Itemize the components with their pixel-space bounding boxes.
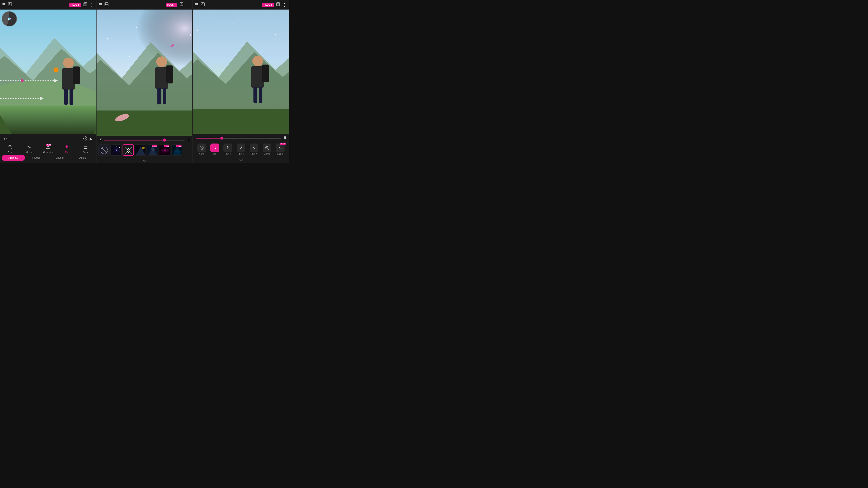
svg-line-117 [200,147,203,149]
plus-icon-1: + [78,3,80,6]
svg-rect-9 [0,105,96,134]
tab-freeze[interactable]: Freeze [25,155,48,161]
scene-svg-2 [96,9,193,136]
svg-point-72 [113,148,113,149]
plus-text-2: PLUS [167,3,174,6]
control-circle[interactable] [2,11,17,27]
hamburger-icon-2[interactable]: ☰ [99,2,102,7]
shift-3[interactable]: Shift 3 [236,143,246,155]
shift1-icon-box [210,143,219,152]
svg-rect-113 [262,65,269,83]
hamburger-icon-3[interactable]: ☰ [195,2,198,7]
shift-1[interactable]: Shift 1 [210,143,219,155]
tab-effects[interactable]: Effects [48,155,71,161]
svg-point-66 [129,56,130,57]
effect-thumb-none[interactable] [98,144,110,156]
svg-point-63 [190,34,191,36]
image-icon-1[interactable] [8,2,12,8]
shift3-label: Shift 3 [238,153,244,155]
timer-icon[interactable] [82,135,89,143]
chevron-down-2[interactable] [96,158,193,163]
topbar-3: ☰ PLUS + ⋮ [193,0,289,9]
effect-thumb-5[interactable]: PLUS [147,144,158,156]
panel-1: ☰ PLUS + ⋮ [0,0,96,163]
progress-thumb-2 [163,138,166,141]
pause-button-2[interactable]: ⏸ [186,138,191,143]
bottom-area-3: ⏸ None [193,134,289,163]
image-icon-2[interactable] [104,2,108,7]
effect-thumb-selected[interactable] [123,144,134,156]
shift-none[interactable]: None [197,143,207,155]
more-icon-1[interactable]: ⋮ [90,2,94,7]
plus-badge-3[interactable]: PLUS + [262,3,274,7]
hamburger-icon-1[interactable]: ☰ [2,2,6,7]
shift4-label: Shift 4 [251,153,257,155]
effect-thumb-6[interactable]: PLUS [159,144,170,156]
svg-rect-16 [70,89,73,105]
plus-icon-3: + [271,3,272,6]
svg-point-62 [136,27,137,28]
bottom-area-2: ↺ ⏸ [96,136,193,163]
tab-audio[interactable]: Audio [71,155,94,161]
shake-plus-badge: PLUS [280,143,286,145]
svg-rect-39 [84,147,87,149]
playback-controls-2: ↺ ⏸ [98,137,191,143]
svg-point-96 [202,3,203,4]
action-row-1: ↩ ↪ ▶ [0,134,96,144]
tool-pin[interactable]: Pin [62,144,72,154]
scene-svg-1 [0,9,96,134]
shift-4[interactable]: Shift 4 [249,143,259,155]
svg-rect-50 [96,110,193,136]
shake-label: Shake [277,153,283,155]
shift3-icon-box [237,143,245,152]
svg-point-88 [151,148,155,151]
save-icon-2[interactable] [179,2,184,7]
more-icon-3[interactable]: ⋮ [282,2,287,7]
bottom-area-1: ↩ ↪ ▶ [0,134,96,163]
svg-rect-15 [64,89,68,105]
tool-motion[interactable]: Motion [24,144,34,154]
more-icon-2[interactable]: ⋮ [186,2,190,7]
panel-3: ☰ PLUS + ⋮ [193,0,289,163]
redo-button[interactable]: ↪ [8,136,12,142]
shift2-label: Shift 2 [225,153,231,155]
svg-rect-4 [84,5,86,6]
progress-bar-3[interactable] [196,138,281,138]
tool-zoom[interactable]: Zoom [5,144,16,154]
effect-plus-6: PLUS [164,145,169,147]
none-icon-box [197,143,206,152]
chevron-down-3[interactable] [193,158,289,163]
save-icon-1[interactable] [83,2,87,8]
shift-2[interactable]: Shift 2 [223,143,232,155]
tool-geometry[interactable]: PLUS Geometry [43,144,53,154]
tool-erase[interactable]: Erase [81,144,91,154]
image-icon-3[interactable] [200,2,205,7]
progress-bar-2[interactable] [104,140,185,140]
svg-rect-54 [157,88,161,104]
shift-shake[interactable]: PLUS Shake [275,143,285,155]
topbar-1: ☰ PLUS + ⋮ [0,0,96,9]
svg-rect-14 [73,66,80,84]
save-icon-3[interactable] [276,2,280,7]
plus-badge-2[interactable]: PLUS + [166,3,177,7]
svg-point-111 [252,56,263,66]
effect-thumb-stars[interactable]: ✦ [111,144,122,156]
effect-thumb-4[interactable] [135,144,146,156]
undo-button[interactable]: ↩ [3,136,8,142]
svg-point-24 [54,67,59,72]
shift4-icon-box [250,143,258,152]
svg-rect-3 [84,3,86,4]
shake-icon-box: PLUS [276,143,285,152]
effect-thumb-7[interactable]: PLUS [171,144,182,156]
shift-zoom[interactable]: Zoom [262,143,272,155]
play-button-1[interactable]: ▶ [89,136,93,142]
svg-rect-114 [253,87,257,103]
pause-button-3[interactable]: ⏸ [283,135,287,140]
erase-icon [83,144,88,151]
svg-point-73 [116,147,117,147]
plus-badge-1[interactable]: PLUS + [69,3,81,7]
effect-strip-2: ✦ [98,144,191,157]
tab-animate[interactable]: Animate [2,155,25,161]
effect-plus-7: PLUS [176,145,182,147]
refresh-icon-2[interactable]: ↺ [98,137,102,143]
